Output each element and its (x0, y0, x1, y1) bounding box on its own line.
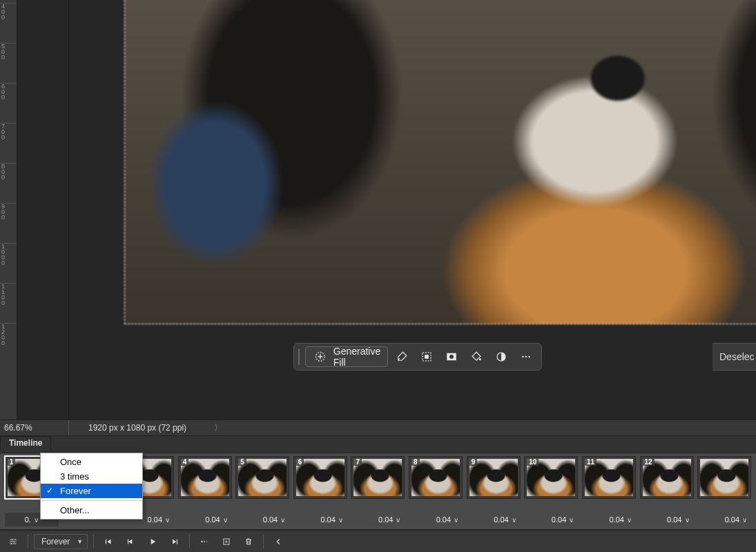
fill-button[interactable] (465, 346, 487, 367)
frame-number: 6 (296, 458, 304, 466)
frame-thumbnail[interactable]: 11 (582, 456, 636, 499)
chevron-down-icon: ∨ (34, 516, 39, 524)
chevron-down-icon: ∨ (223, 516, 228, 524)
timeline-frame[interactable]: 11 0.04 ∨ (581, 456, 637, 529)
frame-thumbnail[interactable]: 7 (351, 456, 405, 499)
generative-fill-button[interactable]: Generative Fill (305, 346, 388, 367)
brush-tool-button[interactable] (391, 346, 413, 367)
frame-delay-button[interactable]: 0.04 ∨ (235, 513, 289, 526)
frame-delay-value: 0.04 (205, 515, 220, 524)
adjustment-button[interactable] (490, 346, 512, 367)
timeline-frame[interactable]: 5 0.04 ∨ (235, 456, 290, 529)
frame-thumbnail[interactable]: 8 (409, 456, 463, 499)
chevron-down-icon: ∨ (512, 516, 516, 524)
loop-select-label: Forever (41, 537, 70, 546)
frame-delay-value: 0.04 (436, 515, 451, 524)
chevron-down-icon: ∨ (742, 516, 747, 524)
frame-thumbnail[interactable]: 4 (178, 456, 232, 499)
frame-delay-button[interactable]: 0.04 ∨ (351, 513, 405, 526)
frame-thumbnail[interactable]: 6 (293, 456, 347, 499)
frame-delay-value: 0.04 (725, 515, 739, 524)
frame-thumbnail[interactable]: 5 (235, 456, 289, 499)
canvas-image[interactable] (124, 0, 756, 324)
loop-option-other[interactable]: Other... (41, 503, 142, 518)
frame-thumbnail[interactable]: 10 (524, 456, 578, 499)
frame-thumbnail[interactable]: 9 (467, 456, 521, 499)
mask-button[interactable] (440, 346, 463, 367)
svg-rect-14 (128, 539, 128, 544)
step-forward-icon (170, 537, 180, 546)
frame-number: 9 (469, 458, 478, 466)
timeline-frame[interactable]: 4 0.04 ∨ (177, 456, 233, 529)
document-info[interactable]: 1920 px x 1080 px (72 ppi) 〉 (69, 422, 756, 434)
frame-thumbnail[interactable] (697, 456, 751, 499)
timeline-tab[interactable]: Timeline (0, 436, 51, 451)
ruler-mark: 800 (0, 163, 17, 180)
menu-separator (41, 500, 142, 501)
more-button[interactable] (515, 346, 537, 367)
frame-thumbnail[interactable]: 12 (640, 456, 694, 499)
timeline-options-button[interactable] (4, 533, 22, 550)
frame-delay-button[interactable]: 0.04 ∨ (467, 513, 521, 526)
svg-point-11 (14, 541, 15, 542)
scroll-left-button[interactable] (269, 533, 287, 550)
prev-frame-button[interactable] (122, 533, 139, 550)
loop-option-forever[interactable]: ✓Forever (41, 484, 142, 498)
chevron-left-icon (273, 537, 283, 546)
frame-delay-button[interactable]: 0.04 ∨ (409, 513, 463, 526)
frame-delay-button[interactable]: 0.04 ∨ (524, 513, 578, 526)
frame-delay-button[interactable]: 0.04 ∨ (640, 513, 694, 526)
new-frame-button[interactable] (217, 533, 235, 550)
frame-number: 5 (238, 458, 246, 466)
timeline-frame[interactable]: 10 0.04 ∨ (523, 456, 579, 529)
frame-delay-button[interactable]: 0.04 ∨ (178, 513, 232, 526)
brush-icon (396, 351, 408, 363)
trash-icon (244, 537, 253, 546)
svg-point-8 (525, 356, 527, 357)
select-subject-button[interactable] (416, 346, 438, 367)
frame-delay-value: 0.04 (320, 515, 335, 524)
loop-options-menu[interactable]: Once 3 times ✓Forever Other... (40, 453, 143, 520)
timeline-frame[interactable]: 7 0.04 ∨ (351, 456, 406, 529)
timeline-frame[interactable]: 8 0.04 ∨ (408, 456, 463, 529)
loop-option-once[interactable]: Once (41, 455, 142, 469)
svg-rect-15 (177, 539, 177, 544)
svg-rect-13 (106, 539, 106, 544)
ruler-mark: 1000 (0, 243, 17, 266)
timeline-frame[interactable]: 6 0.04 ∨ (293, 456, 348, 529)
left-gutter (17, 0, 69, 420)
ruler-mark: 1100 (0, 283, 17, 306)
loop-select[interactable]: Forever ▼ (34, 534, 88, 549)
next-frame-button[interactable] (166, 533, 184, 550)
first-frame-button[interactable] (99, 533, 117, 550)
context-toolbar: Generative Fill (293, 343, 542, 371)
frame-delay-button[interactable]: 0.04 ∨ (697, 513, 751, 526)
frame-number: 11 (585, 458, 597, 466)
timeline-playbar: Forever ▼ (0, 530, 756, 552)
frame-delay-button[interactable]: 0.04 ∨ (293, 513, 347, 526)
status-bar: 66.67% 1920 px x 1080 px (72 ppi) 〉 (0, 420, 756, 436)
frame-number: 10 (527, 458, 539, 466)
frame-delay-button[interactable]: 0.04 ∨ (582, 513, 636, 526)
frame-delay-value: 0.04 (494, 515, 508, 524)
play-button[interactable] (144, 533, 162, 550)
doc-dimensions: 1920 px x 1080 px (72 ppi) (88, 423, 186, 433)
tween-button[interactable] (195, 533, 213, 550)
zoom-level[interactable]: 66.67% (0, 420, 69, 435)
sliders-icon (8, 537, 18, 546)
toolbar-grip[interactable] (298, 348, 300, 365)
chevron-down-icon: ∨ (454, 516, 458, 524)
mask-icon (445, 351, 458, 363)
chevron-down-icon: ∨ (280, 516, 285, 524)
chevron-down-icon: ∨ (396, 516, 400, 524)
timeline-frame[interactable]: 0.04 ∨ (697, 456, 752, 529)
delete-frame-button[interactable] (240, 533, 258, 550)
chevron-right-icon[interactable]: 〉 (214, 422, 228, 434)
vertical-ruler: 400500600700800900100011001200 (0, 0, 17, 420)
loop-option-3-times[interactable]: 3 times (41, 469, 142, 484)
timeline-frame[interactable]: 9 0.04 ∨ (466, 456, 521, 529)
deselect-button[interactable]: Deselec (713, 343, 756, 371)
loop-option-label: 3 times (60, 471, 89, 482)
svg-point-17 (204, 540, 205, 542)
timeline-frame[interactable]: 12 0.04 ∨ (639, 456, 695, 529)
